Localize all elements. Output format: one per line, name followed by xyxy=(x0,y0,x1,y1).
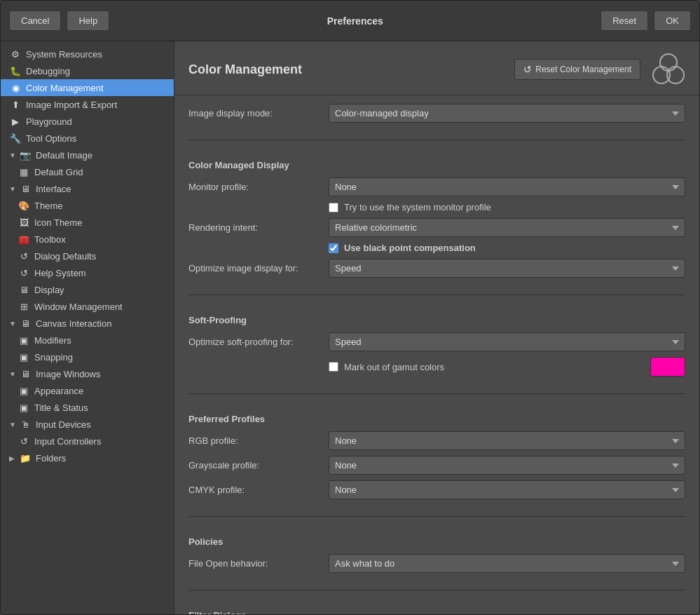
sidebar-item-dialog-defaults[interactable]: ↺ Dialog Defaults xyxy=(1,248,174,264)
sidebar-item-label: Color Management xyxy=(26,83,104,93)
sidebar-item-modifiers[interactable]: ▣ Modifiers xyxy=(1,332,174,349)
sidebar-item-default-grid[interactable]: ▦ Default Grid xyxy=(1,163,174,180)
soft-proofing-section: Soft-Proofing Optimize soft-proofing for… xyxy=(174,301,699,391)
rendering-intent-select[interactable]: Relative colorimetric xyxy=(329,218,685,237)
sidebar-item-default-image[interactable]: ▼ 📷 Default Image xyxy=(1,147,174,163)
sidebar-item-snapping[interactable]: ▣ Snapping xyxy=(1,349,174,365)
sidebar-item-appearance[interactable]: ▣ Appearance xyxy=(1,382,174,399)
help-button[interactable]: Help xyxy=(67,11,109,31)
image-display-mode-control: Color-managed display xyxy=(329,104,685,123)
black-point-compensation-label[interactable]: Use black point compensation xyxy=(344,243,476,253)
gamut-color-swatch[interactable] xyxy=(650,357,685,377)
policies-section: Policies File Open behavior: Ask what to… xyxy=(174,522,699,587)
optimize-display-control: Speed xyxy=(329,259,685,278)
titlebar: Cancel Help Preferences Reset OK xyxy=(1,1,699,41)
cancel-button[interactable]: Cancel xyxy=(9,11,61,31)
sidebar-item-canvas-interaction[interactable]: ▼ 🖥 Canvas Interaction xyxy=(1,315,174,332)
grayscale-profile-select[interactable]: None xyxy=(329,456,685,475)
file-open-behavior-select[interactable]: Ask what to do xyxy=(329,554,685,573)
default-grid-icon: ▦ xyxy=(18,165,30,178)
soft-proofing-heading: Soft-Proofing xyxy=(188,315,685,325)
color-management-icon-graphic xyxy=(652,53,685,86)
sidebar-item-playground[interactable]: ▶ Playground xyxy=(1,113,174,130)
sidebar-item-label: Dialog Defaults xyxy=(34,251,96,262)
cmyk-profile-row: CMYK profile: None xyxy=(188,480,685,499)
sidebar-item-theme[interactable]: 🎨 Theme xyxy=(1,197,174,214)
mark-out-of-gamut-checkbox[interactable] xyxy=(329,362,338,372)
sidebar-item-help-system[interactable]: ↺ Help System xyxy=(1,264,174,281)
sidebar-item-system-resources[interactable]: ⚙ System Resources xyxy=(1,46,174,62)
rgb-profile-row: RGB profile: None xyxy=(188,431,685,450)
reset-button[interactable]: Reset xyxy=(601,11,648,31)
optimize-display-select[interactable]: Speed xyxy=(329,259,685,278)
try-system-monitor-checkbox[interactable] xyxy=(329,203,338,212)
modifiers-icon: ▣ xyxy=(18,334,30,346)
sidebar-item-display[interactable]: 🖥 Display xyxy=(1,281,174,298)
ok-button[interactable]: OK xyxy=(654,11,691,31)
color-managed-display-heading: Color Managed Display xyxy=(188,160,685,170)
appearance-icon: ▣ xyxy=(18,384,30,397)
sidebar-item-label: Input Devices xyxy=(36,419,91,430)
rgb-profile-label: RGB profile: xyxy=(188,435,329,446)
cmyk-profile-select[interactable]: None xyxy=(329,480,685,499)
file-open-behavior-label: File Open behavior: xyxy=(188,558,329,569)
sidebar-item-label: Toolbox xyxy=(34,234,66,245)
help-system-icon: ↺ xyxy=(18,266,30,279)
image-import-export-icon: ⬆ xyxy=(9,98,22,111)
sidebar-item-interface[interactable]: ▼ 🖥 Interface xyxy=(1,180,174,197)
sidebar-item-label: Image Import & Export xyxy=(26,100,117,110)
monitor-profile-control: None xyxy=(329,177,685,196)
sidebar-item-toolbox[interactable]: 🧰 Toolbox xyxy=(1,231,174,248)
divider-3 xyxy=(188,393,685,394)
monitor-profile-row: Monitor profile: None xyxy=(188,177,685,196)
input-devices-icon: 🖱 xyxy=(19,418,32,431)
image-display-mode-select[interactable]: Color-managed display xyxy=(329,104,685,123)
sidebar-item-title-status[interactable]: ▣ Title & Status xyxy=(1,399,174,416)
optimize-softproof-select[interactable]: Speed xyxy=(329,332,685,351)
sidebar-item-debugging[interactable]: 🐛 Debugging xyxy=(1,62,174,79)
filter-dialogs-heading: Filter Dialogs xyxy=(188,610,685,614)
collapse-arrow-icon: ▼ xyxy=(9,151,18,159)
display-icon: 🖥 xyxy=(18,283,30,296)
refresh-icon: ↺ xyxy=(523,64,532,75)
sidebar-item-icon-theme[interactable]: 🖼 Icon Theme xyxy=(1,214,174,231)
policies-heading: Policies xyxy=(188,536,685,547)
sidebar-item-input-devices[interactable]: ▼ 🖱 Input Devices xyxy=(1,416,174,433)
collapse-arrow-icon: ▼ xyxy=(9,185,18,193)
sidebar-item-window-management[interactable]: ⊞ Window Management xyxy=(1,298,174,315)
sidebar-item-folders[interactable]: ▶ 📁 Folders xyxy=(1,450,174,466)
dialog-defaults-icon: ↺ xyxy=(18,250,30,262)
titlebar-left-buttons: Cancel Help xyxy=(9,11,109,31)
preferences-window: Cancel Help Preferences Reset OK ⚙ Syste… xyxy=(0,0,700,615)
try-system-monitor-label[interactable]: Try to use the system monitor profile xyxy=(344,202,491,212)
sidebar-item-label: Modifiers xyxy=(34,335,71,346)
rgb-profile-select[interactable]: None xyxy=(329,431,685,450)
sidebar-item-label: Debugging xyxy=(26,66,70,76)
optimize-display-row: Optimize image display for: Speed xyxy=(188,259,685,278)
sidebar-item-image-windows[interactable]: ▼ 🖥 Image Windows xyxy=(1,365,174,382)
sidebar-item-label: Help System xyxy=(34,268,86,278)
monitor-profile-select[interactable]: None xyxy=(329,177,685,196)
icon-theme-icon: 🖼 xyxy=(18,216,30,229)
preferred-profiles-section: Preferred Profiles RGB profile: None Gra… xyxy=(174,400,699,513)
optimize-display-label: Optimize image display for: xyxy=(188,263,329,273)
color-managed-display-section: Color Managed Display Monitor profile: N… xyxy=(174,146,699,292)
title-status-icon: ▣ xyxy=(18,401,30,414)
cmyk-profile-label: CMYK profile: xyxy=(188,485,329,495)
debugging-icon: 🐛 xyxy=(9,65,22,77)
interface-icon: 🖥 xyxy=(19,182,32,195)
black-point-compensation-checkbox[interactable] xyxy=(329,243,338,253)
collapse-arrow-icon: ▼ xyxy=(9,370,18,378)
sidebar-item-color-management[interactable]: ◉ Color Management xyxy=(1,79,174,96)
sidebar-item-label: Tool Options xyxy=(26,133,76,144)
preferred-profiles-heading: Preferred Profiles xyxy=(188,414,685,424)
reset-color-management-button[interactable]: ↺ Reset Color Management xyxy=(514,59,640,80)
sidebar-item-input-controllers[interactable]: ↺ Input Controllers xyxy=(1,433,174,450)
sidebar-item-image-import-export[interactable]: ⬆ Image Import & Export xyxy=(1,96,174,113)
mark-out-of-gamut-row: Mark out of gamut colors xyxy=(188,357,685,377)
sidebar-item-label: Canvas Interaction xyxy=(36,318,111,329)
mark-out-of-gamut-label[interactable]: Mark out of gamut colors xyxy=(344,362,645,372)
try-system-monitor-row: Try to use the system monitor profile xyxy=(188,202,685,212)
sidebar-item-tool-options[interactable]: 🔧 Tool Options xyxy=(1,130,174,147)
color-management-icon: ◉ xyxy=(9,81,22,94)
